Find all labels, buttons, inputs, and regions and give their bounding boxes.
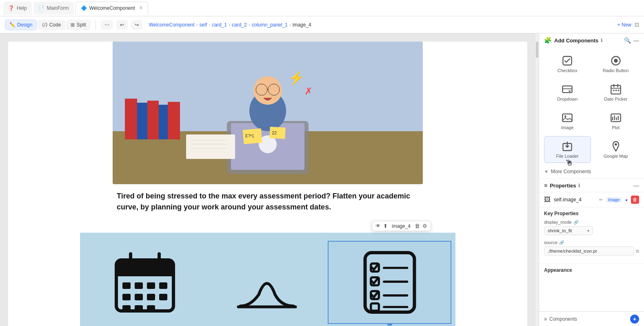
add-components-section: 🧩 Add Components ℹ 🔍 — Checkbox <box>539 33 644 179</box>
fileloader-label: File Loader <box>556 154 579 159</box>
vertical-scrollbar[interactable] <box>535 33 539 326</box>
eye-icon[interactable]: 👁 <box>375 223 381 229</box>
settings-icon[interactable]: ⚙ <box>422 223 427 229</box>
canvas-area[interactable]: ⚡ ✗ E?⁴1 22 <box>0 33 535 326</box>
hero-image-svg: ⚡ ✗ E?⁴1 22 <box>113 42 423 184</box>
display-mode-dropdown[interactable]: shrink_to_fit ▾ <box>544 226 593 235</box>
scrollbar-thumb <box>536 42 538 58</box>
appearance-title: Appearance <box>544 267 639 273</box>
component-item-radio[interactable]: Radio Button <box>593 51 640 77</box>
svg-rect-62 <box>617 90 619 91</box>
breadcrumb-self[interactable]: self <box>200 22 207 28</box>
svg-rect-5 <box>159 105 168 139</box>
datepicker-label: Date Picker <box>604 97 627 101</box>
redo-icon: ↪ <box>135 22 139 28</box>
resize-handle[interactable] <box>387 323 392 326</box>
plot-component-icon <box>610 112 622 123</box>
dropdown-label: Dropdown <box>557 97 577 101</box>
component-item-datepicker[interactable]: Date Picker <box>593 79 640 106</box>
mainform-icon: 📄 <box>38 5 44 11</box>
canvas-content: ⚡ ✗ E?⁴1 22 <box>8 42 527 326</box>
split-btn[interactable]: ⊞ Split <box>66 20 90 30</box>
breadcrumb-sep-2: › <box>209 22 210 28</box>
tabs-bar: ❓ Help 📄 MainForm 🔷 WelcomeComponent ✕ <box>0 0 644 16</box>
properties-icon: ≡ <box>544 182 547 189</box>
tab-mainform[interactable]: 📄 MainForm <box>33 2 74 15</box>
help-icon: ❓ <box>8 5 14 11</box>
svg-rect-31 <box>135 282 143 289</box>
layout-toggle-btn[interactable]: ⊡ <box>635 22 639 28</box>
design-icon: ✏️ <box>9 22 16 28</box>
floating-toolbar: 👁 ⬆ image_4 🗑 ⚙ <box>372 221 431 231</box>
datepicker-component-icon <box>610 84 622 95</box>
component-item-dropdown[interactable]: Dropdown <box>544 79 591 106</box>
breadcrumb-welcome[interactable]: WelcomeComponent <box>149 22 195 28</box>
add-components-search-btn[interactable]: 🔍 <box>624 37 631 44</box>
svg-text:22: 22 <box>272 130 277 135</box>
svg-rect-49 <box>371 304 379 311</box>
calendar-icon-cell[interactable] <box>84 241 206 324</box>
properties-info-icon[interactable]: ℹ <box>578 183 580 188</box>
svg-rect-61 <box>615 90 617 91</box>
prop-delete-btn[interactable]: 🗑 <box>631 196 639 204</box>
upload-icon[interactable]: ⬆ <box>383 223 388 229</box>
new-btn[interactable]: + New <box>617 22 631 28</box>
more-components-btn[interactable]: ▼ More Components <box>539 166 644 178</box>
component-item-checkbox[interactable]: Checkbox <box>544 51 591 77</box>
tab-welcome[interactable]: 🔷 WelcomeComponent ✕ <box>76 2 148 15</box>
svg-rect-38 <box>122 305 131 312</box>
breadcrumb-image4[interactable]: image_4 <box>293 22 311 28</box>
svg-rect-6 <box>168 102 180 139</box>
source-input-value[interactable]: ./theme/checklist_icon.pr <box>544 247 634 256</box>
prop-type-info-icon[interactable]: ● <box>625 198 628 202</box>
component-item-plot[interactable]: Plot <box>593 108 640 134</box>
checklist-svg <box>357 250 422 315</box>
more-icon: ⋯ <box>104 22 109 28</box>
breadcrumb-card1[interactable]: card_1 <box>212 22 227 28</box>
googlemap-label: Google Map <box>604 154 628 159</box>
display-mode-link-icon[interactable]: 🔗 <box>573 220 578 225</box>
tab-help[interactable]: ❓ Help <box>3 2 32 15</box>
components-grid: Checkbox Radio Button <box>539 47 644 166</box>
tab-close-icon[interactable]: ✕ <box>139 5 143 11</box>
more-chevron-icon: ▼ <box>544 169 549 174</box>
prop-edit-pencil-icon[interactable]: ✏ <box>599 197 603 203</box>
source-label: source 🔗 <box>544 240 639 245</box>
code-btn[interactable]: ⟨/⟩ Code <box>38 20 65 30</box>
svg-rect-4 <box>147 101 159 139</box>
add-component-bottom-btn[interactable]: + <box>630 315 639 324</box>
svg-rect-32 <box>147 282 155 289</box>
component-name-label: image_4 <box>390 223 412 229</box>
add-components-info-icon[interactable]: ℹ <box>601 38 602 43</box>
add-components-collapse-btn[interactable]: — <box>633 37 639 44</box>
undo-btn[interactable]: ↩ <box>116 20 128 30</box>
properties-collapse-btn[interactable]: — <box>633 182 639 189</box>
design-label: Design <box>17 22 32 28</box>
source-link-icon[interactable]: 🔗 <box>559 240 564 245</box>
calendar-svg <box>112 250 178 315</box>
properties-header: ≡ Properties ℹ — <box>539 179 644 192</box>
svg-rect-40 <box>147 305 155 312</box>
design-btn[interactable]: ✏️ Design <box>5 20 37 30</box>
component-item-image[interactable]: Image <box>544 108 591 134</box>
more-btn[interactable]: ⋯ <box>101 20 113 30</box>
components-list-icon: ≡ <box>544 316 547 322</box>
source-copy-icon[interactable]: ⧉ <box>636 249 639 254</box>
svg-rect-37 <box>159 294 167 300</box>
breadcrumb-column[interactable]: column_panel_1 <box>252 22 288 28</box>
more-components-label: More Components <box>551 169 591 174</box>
svg-rect-18 <box>186 134 235 159</box>
component-item-googlemap[interactable]: Google Map <box>593 136 640 163</box>
redo-btn[interactable]: ↪ <box>131 20 142 30</box>
googlemap-component-icon <box>610 141 622 152</box>
image-label: Image <box>561 125 574 130</box>
checklist-icon-cell[interactable] <box>328 241 451 324</box>
delete-icon[interactable]: 🗑 <box>415 223 420 229</box>
breadcrumb-card2[interactable]: card_2 <box>232 22 247 28</box>
bellcurve-icon-cell[interactable] <box>206 241 328 324</box>
prop-component-name: self.image_4 <box>554 197 596 203</box>
svg-point-64 <box>564 115 566 117</box>
svg-rect-36 <box>147 294 155 300</box>
split-icon: ⊞ <box>71 22 75 28</box>
component-item-fileloader[interactable]: File Loader <box>544 136 591 163</box>
